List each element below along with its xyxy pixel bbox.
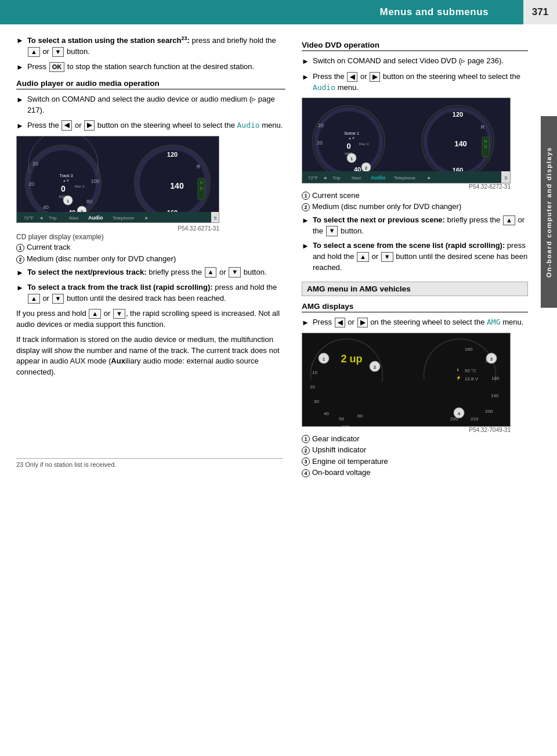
svg-text:Audio: Audio [371, 175, 386, 181]
list-num-1: 1 [16, 243, 27, 252]
svg-text:R: R [481, 124, 485, 130]
cd-player-image-container: 20 20 40 40 80 100 0 mph Track 3 ▲▼ [16, 136, 285, 232]
cd-player-image: 20 20 40 40 80 100 0 mph Track 3 ▲▼ [16, 136, 219, 223]
amg-num-3: 3 [302, 457, 312, 466]
svg-text:D: D [484, 145, 487, 149]
amg-label: AMG [487, 318, 500, 326]
video-num-2: 2 [302, 202, 312, 211]
svg-text:S: S [214, 215, 216, 221]
svg-text:30: 30 [314, 399, 319, 404]
svg-text:50: 50 [339, 416, 344, 422]
svg-rect-75 [302, 333, 511, 427]
svg-text:80: 80 [86, 199, 92, 204]
svg-text:N: N [200, 181, 202, 185]
svg-text:2 up: 2 up [341, 353, 362, 365]
svg-text:210: 210 [471, 416, 479, 422]
bullet-arrow-v2: ► [302, 72, 309, 93]
bullet-arrow-2: ► [16, 62, 24, 73]
list-text-1: Current track [27, 243, 70, 252]
list-item-2: 2 Medium (disc number only for DVD chang… [16, 254, 285, 264]
btn-up-4: ▲ [89, 309, 101, 319]
svg-text:180: 180 [491, 376, 500, 381]
svg-text:►: ► [427, 175, 432, 181]
list-item-1: 1 Current track [16, 243, 285, 252]
audio-label-2: Audio [313, 83, 335, 92]
amg-image-container: 10 20 30 40 50 60 1 2 up [302, 333, 528, 433]
btn-up-v: ▲ [503, 215, 515, 225]
cd-sub-caption: CD player display (example) [16, 233, 285, 241]
video-img-caption: P54.32-6272-31 [302, 183, 511, 190]
svg-text:N: N [484, 139, 487, 143]
bullet-station-search-text: To select a station using the station se… [27, 35, 285, 57]
svg-text:20: 20 [28, 181, 34, 187]
bullet-press-ok: ► Press OK to stop the station search fu… [16, 62, 285, 73]
btn-ok: OK [49, 62, 65, 72]
svg-text:10: 10 [312, 370, 317, 375]
amg-list-2: 2 Upshift indicator [302, 445, 528, 455]
btn-down-3: ▼ [52, 294, 64, 304]
page-number: 371 [523, 0, 557, 24]
svg-text:1: 1 [350, 156, 353, 161]
svg-text:92 °C: 92 °C [465, 368, 476, 373]
right-column: Video DVD operation ► Switch on COMAND a… [296, 35, 534, 480]
video-list-1: 1 Current scene [302, 191, 528, 200]
speedometer-svg: 20 20 40 40 80 100 0 mph Track 3 ▲▼ [17, 136, 219, 223]
svg-text:3: 3 [490, 357, 493, 362]
section-amg-displays: AMG displays [302, 302, 528, 312]
btn-up-2: ▲ [205, 267, 217, 277]
btn-down-v2: ▼ [381, 252, 393, 262]
svg-text:20: 20 [317, 140, 323, 146]
svg-text:▲▼: ▲▼ [63, 179, 70, 182]
svg-text:60: 60 [357, 413, 363, 419]
svg-text:120: 120 [453, 111, 463, 118]
header-title: Menus and submenus [0, 6, 523, 18]
svg-text:100: 100 [91, 178, 99, 184]
svg-text:200: 200 [485, 409, 493, 414]
amg-gauge-svg: 10 20 30 40 50 60 1 2 up [302, 333, 511, 427]
cd-img-caption: P54.32-6271-31 [16, 225, 219, 232]
left-column: ► To select a station using the station … [0, 35, 296, 480]
btn-left-1: ◀ [62, 120, 72, 130]
video-dvd-image: 20 20 40 0 mph Scene 1 ▲▼ Disc 3 1 2 [302, 98, 511, 183]
video-list-text-2: Medium (disc number only for DVD changer… [312, 202, 461, 211]
main-content: ► To select a station using the station … [0, 24, 557, 480]
svg-text:20: 20 [318, 123, 324, 128]
bullet-next-prev: ► To select the next/previous track: bri… [16, 267, 285, 279]
svg-text:140: 140 [454, 139, 467, 148]
list-num-2: 2 [16, 254, 27, 264]
section-amg-box: AMG menu in AMG vehicles [302, 282, 528, 296]
svg-text:12.8 V: 12.8 V [465, 376, 479, 381]
svg-text:S: S [504, 175, 507, 181]
btn-up-v2: ▲ [357, 252, 369, 262]
video-speedometer-svg: 20 20 40 0 mph Scene 1 ▲▼ Disc 3 1 2 [302, 98, 511, 183]
svg-text:72°F: 72°F [24, 215, 34, 221]
amg-list-1: 1 Gear indicator [302, 434, 528, 444]
amg-list-4: 4 On-board voltage [302, 468, 528, 477]
svg-text:Navi: Navi [352, 175, 361, 181]
svg-text:20: 20 [32, 161, 38, 167]
bullet-arrow-5: ► [16, 268, 24, 279]
svg-text:◄: ◄ [39, 215, 44, 221]
bullet-video-1: ► Switch on COMAND and select Video DVD … [302, 56, 528, 67]
bullet-arrow-6: ► [16, 283, 24, 304]
amg-list-text-1: Gear indicator [312, 434, 360, 444]
svg-text:2: 2 [365, 165, 368, 171]
bullet-video-3: ► To select the next or previous scene: … [302, 215, 528, 237]
bullet-amg-1: ► Press ◀ or ▶ on the steering wheel to … [302, 317, 528, 329]
bullet-station-search: ► To select a station using the station … [16, 35, 285, 57]
amg-list-text-4: On-board voltage [312, 468, 370, 477]
svg-text:►: ► [144, 215, 149, 221]
bullet-track-list: ► To select a track from the track list … [16, 282, 285, 304]
footnote: 23 Only if no station list is received. [16, 458, 283, 468]
svg-text:Disc 3: Disc 3 [75, 185, 85, 188]
svg-text:mph: mph [342, 424, 350, 427]
btn-down-2: ▼ [229, 267, 241, 277]
svg-text:R: R [197, 164, 201, 170]
para2: If track information is stored on the au… [16, 334, 285, 378]
svg-text:Scene 1: Scene 1 [344, 131, 359, 135]
bullet-press-audio: ► Press the ◀ or ▶ button on the steerin… [16, 120, 285, 132]
svg-text:1: 1 [67, 199, 70, 204]
svg-text:120: 120 [167, 151, 178, 158]
bullet-arrow-v3: ► [302, 215, 309, 237]
svg-text:190: 190 [491, 393, 499, 398]
